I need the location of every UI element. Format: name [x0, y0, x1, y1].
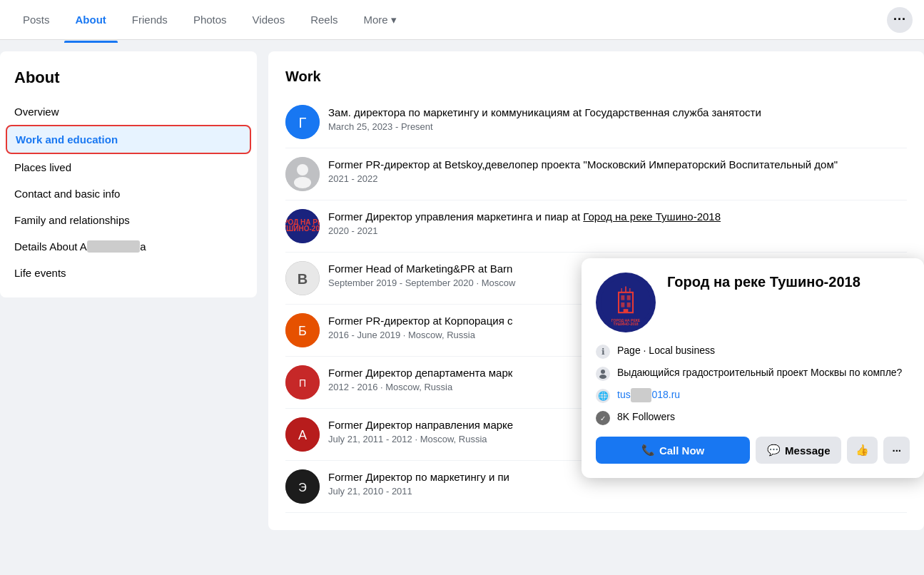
work-entry-3: ГОРОД НА РЕКЕ ТУШИНО-2018 Former Директо…: [285, 200, 907, 253]
svg-text:Б: Б: [298, 324, 307, 338]
popup-website-link[interactable]: tus███018.ru: [617, 389, 680, 400]
nav-items-list: Posts About Friends Photos Videos Reels …: [11, 8, 887, 32]
like-button[interactable]: 👍: [847, 437, 878, 464]
work-date-3: 2020 - 2021: [328, 225, 907, 236]
work-avatar-8: Э: [285, 469, 320, 504]
nav-more-options-button[interactable]: ···: [887, 7, 913, 33]
popup-org-name: Город на реке Тушино-2018: [667, 273, 860, 291]
nav-item-posts[interactable]: Posts: [11, 8, 61, 31]
popup-description-text: Выдающийся градостроительный проект Моск…: [617, 366, 902, 380]
work-avatar-3: ГОРОД НА РЕКЕ ТУШИНО-2018: [285, 209, 320, 243]
nav-item-more[interactable]: More ▾: [352, 8, 408, 32]
work-info-2: Former PR-директор at Betskoy,девелопер …: [328, 157, 907, 184]
svg-text:ТУШИНО-2018: ТУШИНО-2018: [285, 225, 320, 233]
sidebar-item-contact-info[interactable]: Contact and basic info: [6, 180, 251, 207]
svg-point-31: [599, 375, 606, 379]
work-entry-1: Г Зам. директора по маркетингу и коммуни…: [285, 96, 907, 148]
org-popup-card: ГОРОД НА РЕКЕ ТУШИНО-2018 Город на реке …: [582, 258, 924, 478]
sidebar-title: About: [6, 63, 251, 93]
popup-type-detail: ℹ Page · Local business: [596, 344, 910, 359]
nav-item-videos[interactable]: Videos: [241, 8, 297, 31]
top-navigation: Posts About Friends Photos Videos Reels …: [0, 0, 924, 40]
person-icon: [596, 367, 610, 381]
work-avatar-4: B: [285, 261, 320, 295]
check-icon: ✓: [596, 411, 610, 425]
work-title-1: Зам. директора по маркетингу и коммуника…: [328, 105, 907, 120]
work-section-title: Work: [285, 68, 907, 85]
svg-text:Э: Э: [298, 482, 307, 494]
svg-point-3: [297, 164, 308, 175]
main-layout: About Overview Work and education Places…: [0, 40, 924, 530]
svg-rect-20: [621, 295, 624, 300]
thumbs-up-icon: 👍: [856, 444, 869, 457]
content-area: Work Г Зам. директора по маркетингу и ко…: [268, 51, 924, 530]
sidebar-item-life-events[interactable]: Life events: [6, 260, 251, 286]
sidebar-item-details-about[interactable]: Details About A███████a: [6, 233, 251, 260]
svg-rect-22: [621, 302, 624, 307]
more-actions-button[interactable]: ···: [883, 437, 910, 464]
work-avatar-2: [285, 157, 320, 191]
svg-text:Г: Г: [299, 115, 307, 131]
sidebar-item-family-relationships[interactable]: Family and relationships: [6, 207, 251, 233]
nav-item-photos[interactable]: Photos: [182, 8, 238, 31]
work-title-2: Former PR-директор at Betskoy,девелопер …: [328, 157, 907, 172]
popup-followers-text: 8K Followers: [617, 410, 675, 424]
svg-text:ТУШИНО-2018: ТУШИНО-2018: [613, 322, 638, 326]
ellipsis-icon: ···: [892, 444, 901, 457]
nav-item-reels[interactable]: Reels: [299, 8, 349, 31]
svg-rect-21: [627, 295, 631, 300]
popup-header: ГОРОД НА РЕКЕ ТУШИНО-2018 Город на реке …: [596, 273, 910, 332]
nav-item-friends[interactable]: Friends: [121, 8, 179, 31]
work-entry-2: Former PR-директор at Betskoy,девелопер …: [285, 148, 907, 200]
work-date-8: July 21, 2010 - 2011: [328, 486, 907, 497]
info-icon: ℹ: [596, 345, 610, 359]
popup-actions: 📞 Call Now 💬 Message 👍 ···: [596, 437, 910, 464]
nav-item-about[interactable]: About: [64, 8, 118, 31]
work-title-3: Former Директор управления маркетинга и …: [328, 209, 907, 224]
svg-rect-24: [624, 309, 629, 312]
sidebar-item-places-lived[interactable]: Places lived: [6, 154, 251, 180]
sidebar-item-overview[interactable]: Overview: [6, 98, 251, 125]
svg-text:П: П: [299, 377, 306, 389]
phone-icon: 📞: [641, 444, 655, 457]
popup-org-logo: ГОРОД НА РЕКЕ ТУШИНО-2018: [596, 273, 656, 332]
svg-point-4: [294, 177, 311, 188]
work-info-1: Зам. директора по маркетингу и коммуника…: [328, 105, 907, 132]
sidebar: About Overview Work and education Places…: [0, 51, 257, 297]
svg-point-30: [601, 370, 605, 374]
svg-rect-23: [627, 302, 631, 307]
popup-website-detail: 🌐 tus███018.ru: [596, 388, 910, 403]
message-button[interactable]: 💬 Message: [756, 437, 841, 464]
work-date-2: 2021 - 2022: [328, 173, 907, 184]
work-org-link-3[interactable]: Город на реке Тушино-2018: [583, 210, 721, 223]
svg-text:А: А: [298, 428, 307, 442]
popup-website-text: tus███018.ru: [617, 388, 680, 402]
popup-description-detail: Выдающийся градостроительный проект Моск…: [596, 366, 910, 381]
work-date-1: March 25, 2023 - Present: [328, 121, 907, 132]
globe-icon: 🌐: [596, 389, 610, 403]
messenger-icon: 💬: [767, 444, 781, 457]
sidebar-item-work-education[interactable]: Work and education: [6, 125, 251, 154]
popup-org-info: Город на реке Тушино-2018: [667, 273, 860, 291]
svg-text:B: B: [298, 271, 308, 287]
work-avatar-6: П: [285, 365, 320, 400]
work-info-3: Former Директор управления маркетинга и …: [328, 209, 907, 236]
work-avatar-1: Г: [285, 105, 320, 139]
popup-followers-detail: ✓ 8K Followers: [596, 410, 910, 425]
work-avatar-5: Б: [285, 313, 320, 347]
call-now-button[interactable]: 📞 Call Now: [596, 437, 750, 464]
popup-type-text: Page · Local business: [617, 344, 715, 358]
work-avatar-7: А: [285, 417, 320, 452]
